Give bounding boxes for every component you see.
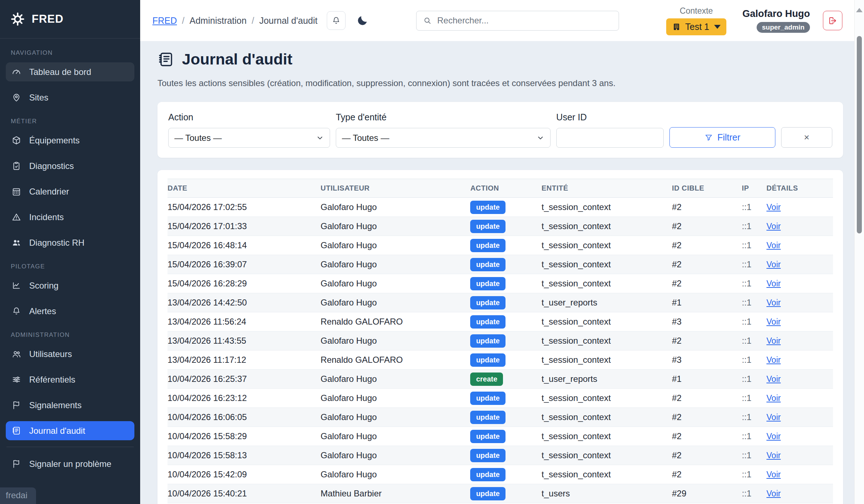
sidebar-item-label: Alertes [29, 306, 56, 316]
cell-user: Galofaro Hugo [321, 198, 471, 217]
details-link[interactable]: Voir [766, 393, 781, 403]
cell-details: Voir [766, 312, 833, 331]
details-link[interactable]: Voir [766, 470, 781, 479]
details-link[interactable]: Voir [766, 317, 781, 326]
table-row: 10/04/2026 15:40:21 Mathieu Barbier upda… [168, 484, 833, 503]
context-select-button[interactable]: Test 1 [666, 18, 727, 35]
moon-icon [356, 14, 369, 27]
details-link[interactable]: Voir [766, 336, 781, 345]
sidebar-item-alertes[interactable]: Alertes [6, 302, 134, 321]
app-logo[interactable]: FRED [0, 0, 140, 39]
notifications-button[interactable] [327, 11, 346, 30]
sidebar-item-equipements[interactable]: Équipements [6, 131, 134, 150]
details-link[interactable]: Voir [766, 222, 781, 231]
sidebar-item-signaler-un-probleme[interactable]: Signaler un problème [6, 454, 134, 473]
details-link[interactable]: Voir [766, 202, 781, 212]
sidebar-item-signalements[interactable]: Signalements [6, 396, 134, 415]
context-label: Contexte [680, 6, 713, 16]
page-subtitle: Toutes les actions sensibles (création, … [157, 78, 843, 88]
sidebar-item-label: Diagnostics [29, 161, 74, 171]
entity-filter-value: — Toutes — [342, 133, 389, 143]
action-badge: update [470, 277, 506, 290]
sidebar-item-label: Signaler un problème [29, 459, 111, 469]
cell-entity: t_session_context [542, 446, 672, 465]
entity-filter-select[interactable]: — Toutes — [336, 128, 551, 148]
sidebar-item-label: Signalements [29, 400, 81, 410]
action-badge: update [470, 220, 506, 233]
sidebar: FRED NAVIGATIONTableau de bordSitesMÉTIE… [0, 0, 140, 504]
entity-filter-field: Type d'entité — Toutes — [336, 112, 551, 148]
cell-user: Galofaro Hugo [321, 389, 471, 408]
sidebar-item-diagnostic-rh[interactable]: Diagnostic RH [6, 233, 134, 252]
table-row: 10/04/2026 15:58:13 Galofaro Hugo update… [168, 446, 833, 465]
cell-user: Mathieu Barbier [321, 484, 471, 503]
cell-action: update [470, 331, 542, 351]
sidebar-item-diagnostics[interactable]: Diagnostics [6, 156, 134, 175]
sidebar-divider [6, 447, 134, 447]
column-header-ip: IP [742, 179, 766, 198]
details-link[interactable]: Voir [766, 374, 781, 384]
details-link[interactable]: Voir [766, 298, 781, 307]
cell-date: 13/04/2026 11:43:55 [168, 331, 321, 351]
cell-details: Voir [766, 236, 833, 255]
search-input[interactable] [437, 15, 612, 26]
logout-button[interactable] [823, 11, 842, 30]
cell-action: update [470, 484, 542, 503]
cell-entity: t_users [542, 484, 672, 503]
breadcrumb: FRED/Administration/Journal d'audit [152, 15, 317, 26]
details-link[interactable]: Voir [766, 451, 781, 460]
details-link[interactable]: Voir [766, 355, 781, 365]
clear-filters-button[interactable]: × [781, 127, 832, 148]
entity-filter-label: Type d'entité [336, 112, 551, 122]
user-id-input[interactable] [562, 133, 658, 143]
filter-button[interactable]: Filtrer [669, 127, 775, 148]
cell-ip: ::1 [742, 217, 766, 236]
action-badge: update [470, 449, 506, 462]
sidebar-item-utilisateurs[interactable]: Utilisateurs [6, 344, 134, 363]
details-link[interactable]: Voir [766, 279, 781, 288]
sidebar-item-journal-d-audit[interactable]: Journal d'audit [6, 421, 134, 440]
sidebar-item-scoring[interactable]: Scoring [6, 276, 134, 295]
cell-details: Voir [766, 465, 833, 484]
cell-details: Voir [766, 274, 833, 293]
action-badge: create [470, 373, 503, 386]
nav-section-label-metier: MÉTIER [11, 118, 129, 125]
cell-user: Galofaro Hugo [321, 255, 471, 274]
sidebar-item-incidents[interactable]: Incidents [6, 208, 134, 227]
details-link[interactable]: Voir [766, 432, 781, 441]
details-link[interactable]: Voir [766, 260, 781, 269]
action-badge: update [470, 468, 506, 481]
details-link[interactable]: Voir [766, 241, 781, 250]
cell-date: 15/04/2026 16:48:14 [168, 236, 321, 255]
details-link[interactable]: Voir [766, 489, 781, 498]
scroll-up-arrow[interactable] [856, 8, 863, 12]
cell-user: Galofaro Hugo [321, 427, 471, 446]
action-badge: update [470, 296, 506, 309]
scrollbar-thumb[interactable] [857, 36, 862, 233]
sidebar-item-sites[interactable]: Sites [6, 88, 134, 107]
dark-mode-toggle[interactable] [356, 14, 369, 27]
cell-entity: t_session_context [542, 236, 672, 255]
cell-action: update [470, 217, 542, 236]
action-filter-select[interactable]: — Toutes — [168, 128, 330, 148]
column-header-utilisateur: UTILISATEUR [321, 179, 471, 198]
sidebar-item-referentiels[interactable]: Référentiels [6, 370, 134, 389]
cell-user: Galofaro Hugo [321, 465, 471, 484]
cell-details: Voir [766, 408, 833, 427]
cell-date: 10/04/2026 16:25:37 [168, 370, 321, 389]
cell-date: 13/04/2026 14:42:50 [168, 293, 321, 312]
cell-user: Galofaro Hugo [321, 446, 471, 465]
sidebar-item-calendrier[interactable]: Calendrier [6, 182, 134, 201]
sidebar-item-tableau-de-bord[interactable]: Tableau de bord [6, 62, 134, 81]
cell-action: update [470, 236, 542, 255]
cell-date: 10/04/2026 15:58:29 [168, 427, 321, 446]
sidebar-item-label: Référentiels [29, 375, 75, 385]
sidebar-item-label: Diagnostic RH [29, 238, 84, 248]
cell-ip: ::1 [742, 389, 766, 408]
sidebar-item-label: Scoring [29, 281, 58, 291]
breadcrumb-link-fred[interactable]: FRED [152, 15, 177, 26]
details-link[interactable]: Voir [766, 412, 781, 422]
sidebar-nav: NAVIGATIONTableau de bordSitesMÉTIERÉqui… [0, 49, 140, 473]
building-icon [672, 22, 681, 31]
scrollbar[interactable] [854, 0, 864, 504]
